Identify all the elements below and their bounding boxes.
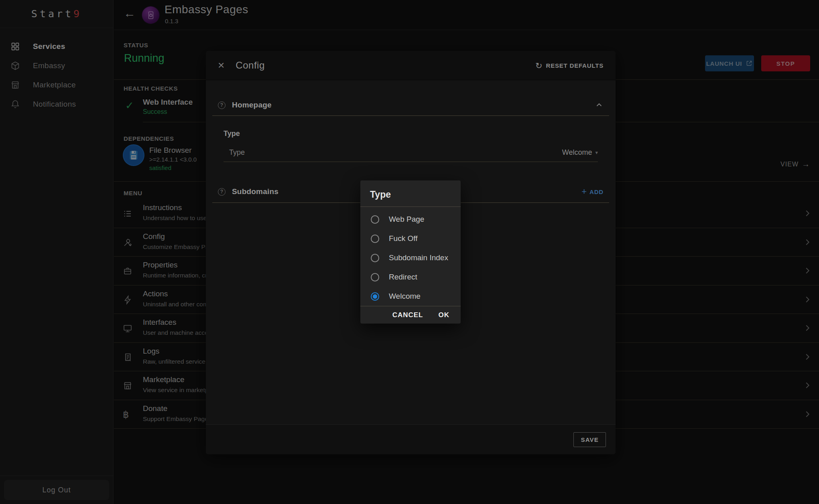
radio-icon[interactable] bbox=[371, 273, 379, 281]
cancel-button[interactable]: CANCEL bbox=[392, 311, 423, 319]
option-label: Subdomain Index bbox=[389, 253, 448, 262]
option-label: Welcome bbox=[389, 292, 421, 301]
radio-selected-icon[interactable] bbox=[371, 292, 379, 301]
radio-option-fuck-off[interactable]: Fuck Off bbox=[360, 229, 461, 248]
type-dialog: Type Web Page Fuck Off Subdomain Index R… bbox=[360, 180, 461, 324]
radio-option-web-page[interactable]: Web Page bbox=[360, 210, 461, 229]
option-label: Web Page bbox=[389, 215, 424, 224]
option-label: Redirect bbox=[389, 273, 417, 281]
dialog-buttons: CANCEL OK bbox=[360, 306, 461, 324]
dialog-options: Web Page Fuck Off Subdomain Index Redire… bbox=[360, 207, 461, 306]
radio-option-subdomain-index[interactable]: Subdomain Index bbox=[360, 248, 461, 267]
radio-icon[interactable] bbox=[371, 215, 379, 224]
option-label: Fuck Off bbox=[389, 234, 417, 243]
screen: Start9 Services Embassy Marketplace bbox=[0, 0, 819, 504]
dialog-title: Type bbox=[360, 180, 461, 207]
radio-option-welcome[interactable]: Welcome bbox=[360, 287, 461, 306]
radio-icon[interactable] bbox=[371, 254, 379, 262]
radio-icon[interactable] bbox=[371, 235, 379, 243]
radio-option-redirect[interactable]: Redirect bbox=[360, 267, 461, 287]
ok-button[interactable]: OK bbox=[439, 311, 450, 319]
